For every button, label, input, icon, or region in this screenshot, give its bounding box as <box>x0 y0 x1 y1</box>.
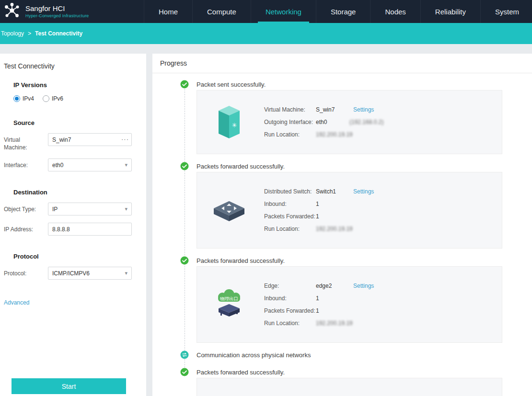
progress-step: Packets forwarded successfully.物理出口Edge:… <box>180 256 532 343</box>
row-label: Edge: <box>264 283 316 289</box>
step-title: Packets forwarded successfully. <box>197 369 285 376</box>
brand-title: Sangfor HCI <box>25 4 89 13</box>
ipv4-label: IPv4 <box>23 95 34 102</box>
redacted-value: 192.200.19.19 <box>316 320 353 327</box>
radio-unselected-icon <box>43 95 49 102</box>
protocol-select[interactable]: ICMP/ICMPV6 ▾ <box>48 267 132 280</box>
success-check-icon <box>180 256 189 265</box>
advanced-link[interactable]: Advanced <box>4 299 29 306</box>
row-label: Inbound: <box>264 295 316 302</box>
row-label: Virtual Machine: <box>264 106 316 113</box>
chevron-down-icon: ▾ <box>125 206 127 212</box>
step-header: Packets forwarded successfully. <box>180 367 532 377</box>
redacted-value: 192.200.19.19 <box>316 226 353 232</box>
row-label: Run Location: <box>264 226 316 232</box>
success-check-icon <box>180 162 189 170</box>
svg-text:物理出口: 物理出口 <box>220 296 238 301</box>
nav-item-compute[interactable]: Compute <box>192 0 251 23</box>
nav-item-reliability[interactable]: Reliability <box>420 0 480 23</box>
progress-step: Packets forwarded successfully.Distribut… <box>180 161 532 249</box>
sangfor-logo-icon <box>3 1 21 22</box>
row-value: eth0 <box>316 119 349 125</box>
detail-row: Run Location:192.200.19.19 <box>264 223 374 235</box>
progress-step: Communication across physical networks <box>180 350 532 360</box>
redacted-value: 192.200.19.19 <box>316 131 353 138</box>
vm-browse-button[interactable]: ··· <box>121 136 129 143</box>
detail-row: Virtual Machine:S_win7Settings <box>264 103 383 116</box>
step-header: Packets forwarded successfully. <box>180 256 532 265</box>
step-header: Communication across physical networks <box>180 350 532 360</box>
row-label: Packets Forwarded: <box>264 213 316 220</box>
detail-row: Distributed Switch:Switch1Settings <box>264 185 374 198</box>
progress-step: Packet sent successfully.✳Virtual Machin… <box>180 79 532 154</box>
interface-select[interactable]: eth0 ▾ <box>48 158 132 171</box>
progress-panel: Progress Packet sent successfully.✳Virtu… <box>152 54 532 396</box>
row-value: Switch1 <box>316 188 349 195</box>
ip-address-row: IP Address: <box>4 223 142 236</box>
card-rows: Edge:edge2SettingsInbound:1Packets Forwa… <box>264 280 374 329</box>
vm-input[interactable] <box>48 133 132 146</box>
brand-subtitle: Hyper-Converged Infrastructure <box>25 13 89 19</box>
breadcrumb: Topology > Test Connectivity <box>0 23 532 44</box>
svg-text:✳: ✳ <box>232 122 237 129</box>
card-rows: Virtual Machine:S_win7SettingsOutgoing I… <box>264 103 383 141</box>
row-label: Distributed Switch: <box>264 188 316 195</box>
row-value: S_win7 <box>316 106 349 113</box>
source-heading: Source <box>13 119 142 126</box>
top-navbar: Sangfor HCI Hyper-Converged Infrastructu… <box>0 0 532 23</box>
protocol-label: Protocol: <box>4 267 48 280</box>
vm-row: Virtual Machine: ··· <box>4 133 142 151</box>
detail-row: Edge:edge2Settings <box>264 280 374 292</box>
nav-item-networking[interactable]: Networking <box>251 0 316 23</box>
ip-versions-heading: IP Versions <box>13 81 142 89</box>
step-title: Communication across physical networks <box>197 351 311 359</box>
object-type-label: Object Type: <box>4 203 48 215</box>
nav-item-nodes[interactable]: Nodes <box>370 0 420 23</box>
nav-item-storage[interactable]: Storage <box>316 0 370 23</box>
step-detail-card <box>197 378 502 396</box>
detail-row: Outgoing Interface:eth0(192.168.0.2) <box>264 116 383 128</box>
progress-title: Progress <box>152 54 532 73</box>
edge-icon: 物理出口 <box>210 289 248 320</box>
brand: Sangfor HCI Hyper-Converged Infrastructu… <box>0 0 144 23</box>
chevron-down-icon: ▾ <box>125 270 127 276</box>
settings-link[interactable]: Settings <box>353 283 374 289</box>
ipv6-label: IPv6 <box>52 95 63 102</box>
step-detail-card: Distributed Switch:Switch1SettingsInboun… <box>197 172 502 249</box>
breadcrumb-separator-icon: > <box>28 30 31 37</box>
breadcrumb-topology[interactable]: Topology <box>1 30 24 37</box>
nav-item-system[interactable]: System <box>480 0 532 23</box>
row-label: Run Location: <box>264 131 316 138</box>
step-header: Packets forwarded successfully. <box>180 161 532 171</box>
progress-step: Packets forwarded successfully. <box>180 367 532 396</box>
ipv6-radio[interactable]: IPv6 <box>43 95 63 102</box>
step-detail-card: ✳Virtual Machine:S_win7SettingsOutgoing … <box>197 90 502 154</box>
settings-link[interactable]: Settings <box>353 106 374 113</box>
object-type-select[interactable]: IP ▾ <box>48 203 132 215</box>
nav-items: HomeComputeNetworkingStorageNodesReliabi… <box>144 0 532 23</box>
ipv4-radio[interactable]: IPv4 <box>13 95 34 102</box>
row-label: Run Location: <box>264 320 316 327</box>
nav-item-home[interactable]: Home <box>144 0 192 23</box>
step-title: Packets forwarded successfully. <box>197 163 285 170</box>
row-value: 1 <box>316 201 349 207</box>
protocol-heading: Protocol <box>13 253 142 260</box>
object-type-row: Object Type: IP ▾ <box>4 203 142 215</box>
detail-row: Inbound:1 <box>264 198 374 210</box>
detail-row: Run Location:192.200.19.19 <box>264 128 383 141</box>
start-button[interactable]: Start <box>12 378 126 394</box>
interface-label: Interface: <box>4 158 48 171</box>
success-check-icon <box>180 368 189 376</box>
step-header: Packet sent successfully. <box>180 79 532 89</box>
detail-row: Packets Forwarded:1 <box>264 210 374 223</box>
ip-address-input[interactable] <box>48 223 132 236</box>
vm-server-icon: ✳ <box>210 104 248 140</box>
interface-row: Interface: eth0 ▾ <box>4 158 142 171</box>
detail-row: Packets Forwarded:1 <box>264 305 374 317</box>
timeline: Packet sent successfully.✳Virtual Machin… <box>152 73 532 396</box>
detail-row: Run Location:192.200.19.19 <box>264 317 374 329</box>
vm-label: Virtual Machine: <box>4 133 48 151</box>
settings-link[interactable]: Settings <box>353 188 374 195</box>
row-label: Inbound: <box>264 201 316 207</box>
protocol-row: Protocol: ICMP/ICMPV6 ▾ <box>4 267 142 280</box>
